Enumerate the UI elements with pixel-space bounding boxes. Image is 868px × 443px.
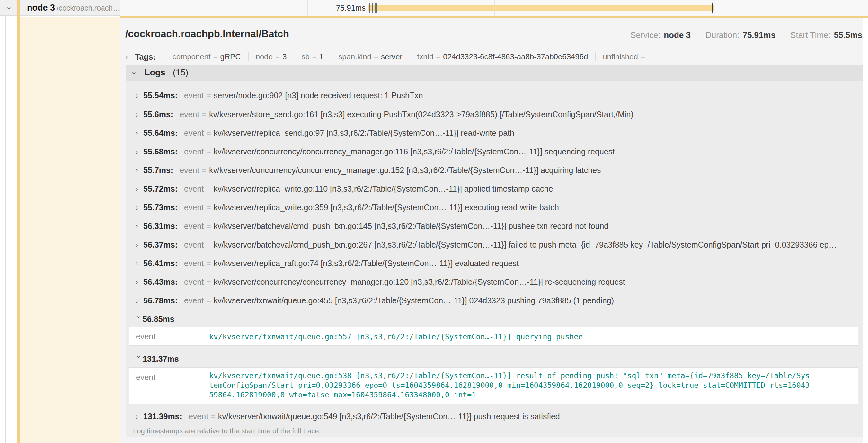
selected-span-name-column <box>20 17 120 443</box>
log-row[interactable]: ›56.41ms:event=kv/kvserver/replica_raft.… <box>126 259 863 269</box>
equals-sign: = <box>641 52 645 61</box>
log-field-key: event <box>136 373 155 382</box>
chevron-down-icon[interactable]: › <box>4 7 14 10</box>
log-timestamp: 131.39ms: <box>143 412 182 421</box>
span-row[interactable]: 75.91ms › node 3 /cockroach.roach… <box>0 0 868 16</box>
log-field-key: event <box>189 412 208 421</box>
chevron-right-icon[interactable]: › <box>135 129 143 138</box>
chevron-right-icon[interactable]: › <box>135 185 143 194</box>
log-detail-value-line: 59864.162819000,0 wto=false max=16043598… <box>209 390 476 400</box>
log-row[interactable]: ›55.54ms:event=server/node.go:902 [n3] n… <box>126 91 863 101</box>
log-message: kv/kvserver/store_send.go:161 [n3,s3] ex… <box>209 110 633 119</box>
log-field-key: event <box>184 259 204 268</box>
log-message: kv/kvserver/batcheval/cmd_push_txn.go:26… <box>214 240 837 249</box>
equals-sign: = <box>275 52 280 61</box>
log-field-key: event <box>184 147 204 156</box>
log-row[interactable]: ›55.6ms:event=kv/kvserver/store_send.go:… <box>126 110 863 120</box>
log-timestamp: 55.7ms: <box>143 166 173 175</box>
logs-section: › Logs (15) ›55.54ms:event=server/node.g… <box>126 65 863 437</box>
log-row[interactable]: ›131.39ms:event=kv/kvserver/txnwait/queu… <box>126 412 863 422</box>
log-row[interactable]: ›56.37ms:event=kv/kvserver/batcheval/cmd… <box>126 240 863 250</box>
logs-accordion-header[interactable]: › Logs (15) <box>126 65 863 81</box>
log-marker-tick <box>371 3 371 13</box>
log-message: kv/kvserver/concurrency/concurrency_mana… <box>214 277 625 286</box>
log-row-expanded-header[interactable]: ›131.37ms <box>126 354 863 365</box>
duration-label: Duration: <box>706 30 740 40</box>
log-row[interactable]: ›55.73ms:event=kv/kvserver/replica_write… <box>126 203 863 213</box>
tag-value: server <box>381 52 403 61</box>
tag-key: node <box>256 52 273 61</box>
equals-sign: = <box>206 184 211 193</box>
log-row[interactable]: ›56.78ms:event=kv/kvserver/txnwait/queue… <box>126 296 863 306</box>
log-timestamp: 55.54ms: <box>143 91 178 100</box>
span-detail-panel: /cockroach.roachpb.Internal/Batch Servic… <box>120 18 863 443</box>
chevron-right-icon[interactable]: › <box>125 52 128 61</box>
log-marker-tick <box>372 3 373 13</box>
log-row[interactable]: ›55.72ms:event=kv/kvserver/replica_write… <box>126 184 863 195</box>
log-row[interactable]: ›55.64ms:event=kv/kvserver/replica_send.… <box>126 128 863 139</box>
tag-value: 024d3323-6c8f-4863-aa8b-37ab0e63496d <box>443 52 588 61</box>
chevron-right-icon[interactable]: › <box>135 278 143 287</box>
equals-sign: = <box>202 110 207 119</box>
log-timestamp: 56.43ms: <box>143 277 178 286</box>
start-time-value: 55.5ms <box>834 30 862 40</box>
chevron-right-icon[interactable]: › <box>135 148 143 156</box>
equals-sign: = <box>206 203 211 212</box>
chevron-right-icon[interactable]: › <box>135 241 143 249</box>
chevron-right-icon[interactable]: › <box>135 204 143 212</box>
log-message: kv/kvserver/concurrency/concurrency_mana… <box>214 147 615 156</box>
chevron-down-icon[interactable]: › <box>134 316 143 323</box>
logs-body: ›55.54ms:event=server/node.go:902 [n3] n… <box>126 81 863 437</box>
log-field-key: event <box>136 332 155 341</box>
log-field-key: event <box>184 203 204 212</box>
chevron-right-icon[interactable]: › <box>135 110 143 119</box>
log-row-expanded-header[interactable]: ›56.85ms <box>126 315 863 325</box>
log-message: kv/kvserver/replica_write.go:110 [n3,s3,… <box>214 184 553 193</box>
chevron-right-icon[interactable]: › <box>135 412 143 421</box>
log-timestamp: 56.78ms: <box>143 296 178 305</box>
log-message: kv/kvserver/replica_write.go:359 [n3,s3,… <box>214 203 559 212</box>
log-row[interactable]: ›56.31ms:event=kv/kvserver/batcheval/cmd… <box>126 222 863 232</box>
log-message: server/node.go:902 [n3] node received re… <box>214 91 423 100</box>
chevron-down-icon[interactable]: › <box>134 356 143 364</box>
log-row[interactable]: ›55.68ms:event=kv/kvserver/concurrency/c… <box>126 147 863 157</box>
chevron-right-icon[interactable]: › <box>135 166 143 175</box>
tag-key: sb <box>301 52 309 61</box>
log-detail-value-line: kv/kvserver/txnwait/queue.go:538 [n3,s3,… <box>209 371 809 380</box>
log-field-key: event <box>184 91 204 100</box>
span-duration-label: 75.91ms <box>301 0 366 16</box>
tag-item: txnid = 024d3323-6c8f-4863-aa8b-37ab0e63… <box>410 52 595 61</box>
chevron-right-icon[interactable]: › <box>135 222 143 231</box>
logs-title: Logs <box>145 68 165 78</box>
equals-sign: = <box>213 52 218 61</box>
equals-sign: = <box>206 296 211 305</box>
tag-item: span.kind = server <box>331 52 409 61</box>
log-message: kv/kvserver/replica_send.go:97 [n3,s3,r6… <box>214 128 514 137</box>
chevron-right-icon[interactable]: › <box>135 260 143 268</box>
log-field-key: event <box>184 296 204 305</box>
log-message: kv/kvserver/concurrency/concurrency_mana… <box>209 166 601 175</box>
equals-sign: = <box>206 147 211 156</box>
meta-separator <box>698 30 699 40</box>
chevron-down-icon[interactable]: › <box>130 72 139 74</box>
equals-sign: = <box>206 259 211 268</box>
log-message: kv/kvserver/replica_raft.go:74 [n3,s3,r6… <box>214 259 519 268</box>
log-detail-value-line: temConfigSpan/Start pri=0.03293366 epo=0… <box>209 380 809 390</box>
tags-accordion[interactable]: › Tags: component = gRPC node = 3 sb = 1… <box>125 51 655 63</box>
equals-sign: = <box>211 412 216 421</box>
tag-value: gRPC <box>220 52 241 61</box>
logs-footer-note: Log timestamps are relative to the start… <box>133 427 320 435</box>
span-operation-name: /cockroach.roach… <box>57 4 120 12</box>
tag-value: 3 <box>282 52 286 61</box>
log-row[interactable]: ›56.43ms:event=kv/kvserver/concurrency/c… <box>126 277 863 287</box>
chevron-right-icon[interactable]: › <box>135 92 143 100</box>
tags-label: Tags: <box>135 52 156 62</box>
log-message: kv/kvserver/batcheval/cmd_push_txn.go:14… <box>214 222 609 231</box>
chevron-right-icon[interactable]: › <box>135 297 143 305</box>
log-marker-tick <box>369 3 370 13</box>
log-message: kv/kvserver/txnwait/queue.go:455 [n3,s3,… <box>214 296 614 305</box>
log-marker-tick <box>375 3 375 13</box>
log-row[interactable]: ›55.7ms:event=kv/kvserver/concurrency/co… <box>126 166 863 176</box>
equals-sign: = <box>312 52 317 61</box>
span-bar[interactable] <box>368 5 714 11</box>
